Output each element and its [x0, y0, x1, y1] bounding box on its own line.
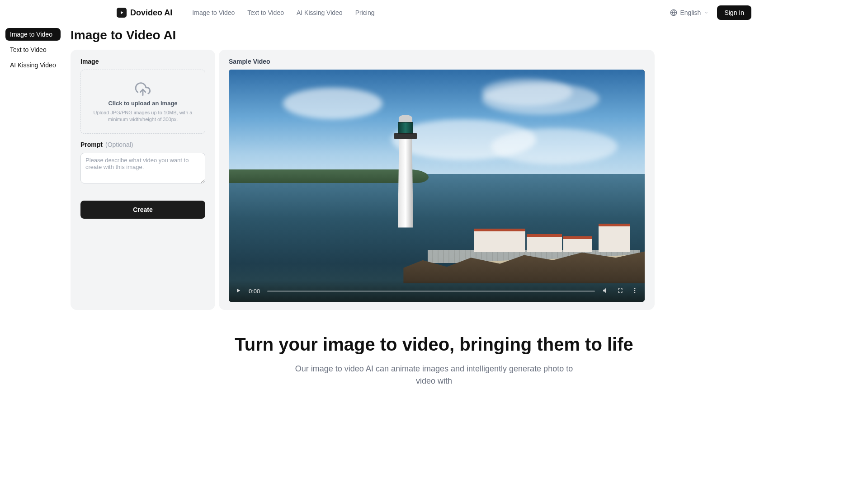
fullscreen-icon[interactable]	[617, 287, 624, 296]
nav-text-to-video[interactable]: Text to Video	[247, 9, 284, 16]
main: Image to Video AI Image Click to upload …	[71, 28, 868, 310]
upload-cloud-icon	[135, 82, 151, 97]
globe-icon	[670, 9, 677, 16]
prompt-label-text: Prompt	[80, 141, 103, 148]
sample-video-label: Sample Video	[229, 58, 645, 65]
hero-title: Turn your image to video, bringing them …	[18, 334, 850, 355]
upload-title: Click to upload an image	[108, 100, 177, 107]
create-button[interactable]: Create	[80, 201, 205, 219]
sidebar-item-text-to-video[interactable]: Text to Video	[5, 43, 61, 56]
prompt-section-label: Prompt (Optional)	[80, 141, 205, 148]
sidebar-item-ai-kissing-video[interactable]: AI Kissing Video	[5, 59, 61, 71]
hero-section: Turn your image to video, bringing them …	[0, 334, 868, 387]
page-title: Image to Video AI	[71, 28, 868, 42]
video-progress-bar[interactable]	[267, 291, 595, 292]
panels: Image Click to upload an image Upload JP…	[71, 50, 868, 310]
more-icon[interactable]	[631, 287, 638, 296]
sidebar-item-image-to-video[interactable]: Image to Video	[5, 28, 61, 41]
svg-point-3	[634, 292, 636, 293]
upload-subtitle: Upload JPG/PNG images up to 10MB, with a…	[89, 109, 197, 123]
language-label: English	[680, 9, 701, 16]
lighthouse-graphic	[395, 110, 416, 228]
upload-dropzone[interactable]: Click to upload an image Upload JPG/PNG …	[80, 70, 205, 134]
sign-in-button[interactable]: Sign In	[717, 5, 751, 20]
brand-logo-icon	[117, 8, 127, 18]
nav-ai-kissing-video[interactable]: AI Kissing Video	[297, 9, 343, 16]
svg-point-1	[634, 288, 636, 289]
image-section-label: Image	[80, 58, 205, 65]
play-button[interactable]	[235, 287, 241, 295]
nav-pricing[interactable]: Pricing	[355, 9, 375, 16]
sample-panel: Sample Video	[219, 50, 655, 310]
volume-icon[interactable]	[602, 287, 609, 296]
prompt-textarea[interactable]	[80, 153, 205, 183]
language-picker[interactable]: English	[670, 9, 709, 16]
brand[interactable]: Dovideo AI	[117, 8, 172, 18]
header-right: English Sign In	[670, 5, 751, 20]
nav: Image to Video Text to Video AI Kissing …	[192, 9, 374, 16]
nav-image-to-video[interactable]: Image to Video	[192, 9, 235, 16]
svg-point-2	[634, 290, 636, 291]
brand-name: Dovideo AI	[130, 8, 172, 18]
video-time: 0:00	[249, 288, 260, 295]
video-thumbnail	[229, 70, 645, 302]
header: Dovideo AI Image to Video Text to Video …	[0, 0, 868, 25]
form-panel: Image Click to upload an image Upload JP…	[71, 50, 215, 310]
chevron-down-icon	[703, 10, 709, 15]
sidebar: Image to Video Text to Video AI Kissing …	[5, 28, 61, 71]
prompt-optional: (Optional)	[105, 141, 133, 148]
hero-subtitle: Our image to video AI can animate images…	[289, 363, 579, 387]
video-controls: 0:00	[229, 280, 645, 302]
sample-video-player[interactable]: 0:00	[229, 70, 645, 302]
